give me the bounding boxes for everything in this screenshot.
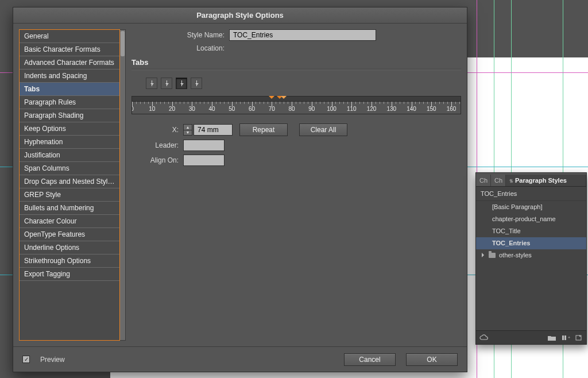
style-item--basic-paragraph-[interactable]: [Basic Paragraph] bbox=[476, 201, 586, 213]
leader-label: Leader: bbox=[131, 141, 183, 149]
ruler-number: 60 bbox=[249, 106, 255, 112]
dialog-main: Style Name: Location: Tabs 0102030405060… bbox=[131, 29, 461, 341]
ruler-number: 20 bbox=[169, 106, 175, 112]
ruler-number: 140 bbox=[407, 106, 416, 112]
category-item-tabs[interactable]: Tabs bbox=[20, 83, 119, 96]
category-item-indents-and-spacing[interactable]: Indents and Spacing bbox=[20, 70, 119, 83]
scrollbar-thumb[interactable] bbox=[121, 31, 125, 56]
tab-alignment-buttons bbox=[146, 78, 461, 89]
clear-all-button[interactable]: Clear All bbox=[299, 124, 347, 136]
clear-overrides-icon[interactable]: + bbox=[561, 334, 569, 341]
category-item-justification[interactable]: Justification bbox=[20, 149, 119, 162]
category-item-bullets-and-numbering[interactable]: Bullets and Numbering bbox=[20, 202, 119, 215]
panel-footer: + bbox=[476, 330, 586, 344]
ruler-number: 80 bbox=[288, 106, 295, 112]
category-item-underline-options[interactable]: Underline Options bbox=[20, 241, 119, 254]
tab-align-left-button[interactable] bbox=[146, 78, 157, 89]
ruler-track[interactable] bbox=[131, 96, 461, 102]
ruler-number: 110 bbox=[347, 106, 357, 112]
category-item-paragraph-rules[interactable]: Paragraph Rules bbox=[20, 96, 119, 109]
category-item-span-columns[interactable]: Span Columns bbox=[20, 162, 119, 175]
folder-icon[interactable] bbox=[547, 334, 555, 341]
repeat-button[interactable]: Repeat bbox=[239, 124, 288, 136]
ruler[interactable]: 0102030405060708090100110120130140150160 bbox=[131, 102, 461, 114]
section-title-tabs: Tabs bbox=[131, 58, 461, 67]
preview-label: Preview bbox=[40, 356, 65, 364]
ruler-number: 160 bbox=[447, 106, 457, 112]
tab-stop-marker[interactable] bbox=[269, 96, 274, 102]
location-label: Location: bbox=[131, 44, 229, 52]
cloud-icon[interactable] bbox=[479, 334, 488, 341]
ruler-number: 70 bbox=[269, 106, 275, 112]
panel-tabs: Ch Ch ⇅Paragraph Styles bbox=[476, 173, 586, 187]
category-item-paragraph-shading[interactable]: Paragraph Shading bbox=[20, 109, 119, 122]
category-item-advanced-character-formats[interactable]: Advanced Character Formats bbox=[20, 56, 119, 70]
category-item-hyphenation[interactable]: Hyphenation bbox=[20, 136, 119, 149]
category-item-character-colour[interactable]: Character Colour bbox=[20, 215, 119, 228]
ruler-number: 100 bbox=[327, 106, 336, 112]
x-label: X: bbox=[131, 126, 183, 134]
category-scrollbar[interactable] bbox=[120, 29, 126, 341]
tabs-field-grid: X: ▲▼ Repeat Clear All Leader: Align On: bbox=[131, 124, 461, 166]
style-folder-other-styles[interactable]: other-styles bbox=[476, 249, 586, 261]
panel-current-style: TOC_Entries bbox=[476, 187, 586, 201]
stepper-up-icon[interactable]: ▲ bbox=[184, 125, 192, 130]
style-item-toc-entries[interactable]: TOC_Entries bbox=[476, 237, 586, 249]
category-list-wrap: GeneralBasic Character FormatsAdvanced C… bbox=[19, 29, 126, 341]
svg-text:+: + bbox=[568, 335, 570, 340]
category-item-opentype-features[interactable]: OpenType Features bbox=[20, 228, 119, 241]
cancel-button[interactable]: Cancel bbox=[344, 353, 396, 366]
category-item-keep-options[interactable]: Keep Options bbox=[20, 122, 119, 136]
disclosure-triangle-icon[interactable] bbox=[482, 253, 486, 257]
ruler-number: 130 bbox=[386, 106, 396, 112]
preview-checkbox[interactable]: ✓ bbox=[22, 356, 30, 363]
panel-tab-2[interactable]: Ch bbox=[491, 175, 506, 186]
ruler-number: 40 bbox=[208, 106, 215, 112]
dialog-title: Paragraph Style Options bbox=[13, 7, 467, 24]
panel-tab-paragraph-styles[interactable]: ⇅Paragraph Styles bbox=[506, 175, 586, 186]
category-list[interactable]: GeneralBasic Character FormatsAdvanced C… bbox=[19, 29, 120, 341]
tab-stop-marker[interactable] bbox=[281, 96, 287, 102]
ruler-number: 10 bbox=[149, 106, 155, 112]
stepper-down-icon[interactable]: ▼ bbox=[184, 130, 192, 136]
category-item-general[interactable]: General bbox=[20, 30, 119, 43]
paragraph-style-list[interactable]: [Basic Paragraph]chapter-product_nameTOC… bbox=[476, 201, 586, 330]
ruler-number: 150 bbox=[427, 106, 436, 112]
chevron-updown-icon: ⇅ bbox=[509, 179, 513, 184]
ruler-area: 0102030405060708090100110120130140150160 bbox=[131, 96, 461, 114]
category-item-grep-style[interactable]: GREP Style bbox=[20, 188, 119, 202]
ruler-number: 90 bbox=[308, 106, 315, 112]
panel-tab-label: Paragraph Styles bbox=[515, 177, 567, 184]
align-on-input[interactable] bbox=[183, 155, 225, 166]
folder-icon bbox=[489, 253, 496, 258]
leader-input[interactable] bbox=[183, 140, 225, 151]
ok-button[interactable]: OK bbox=[406, 353, 458, 366]
align-on-label: Align On: bbox=[131, 156, 183, 164]
paragraph-style-options-dialog: Paragraph Style Options GeneralBasic Cha… bbox=[13, 7, 467, 372]
category-item-strikethrough-options[interactable]: Strikethrough Options bbox=[20, 254, 119, 268]
ruler-number: 120 bbox=[367, 106, 377, 112]
category-item-export-tagging[interactable]: Export Tagging bbox=[20, 268, 119, 281]
style-name-input[interactable] bbox=[229, 29, 376, 41]
paragraph-styles-panel: Ch Ch ⇅Paragraph Styles TOC_Entries [Bas… bbox=[475, 172, 587, 345]
category-item-basic-character-formats[interactable]: Basic Character Formats bbox=[20, 43, 119, 56]
ruler-number: 0 bbox=[131, 106, 134, 112]
tab-align-decimal-button[interactable] bbox=[191, 78, 202, 89]
tab-align-center-button[interactable] bbox=[161, 78, 172, 89]
folder-label: other-styles bbox=[499, 252, 532, 259]
panel-tab-1[interactable]: Ch bbox=[476, 175, 491, 186]
category-item-drop-caps-and-nested-styles[interactable]: Drop Caps and Nested Styles bbox=[20, 175, 119, 188]
section-divider bbox=[131, 69, 461, 70]
x-input[interactable] bbox=[194, 124, 233, 136]
x-stepper[interactable]: ▲▼ bbox=[183, 124, 192, 136]
ruler-number: 50 bbox=[229, 106, 235, 112]
style-item-toc-title[interactable]: TOC_Title bbox=[476, 225, 586, 237]
new-style-icon[interactable] bbox=[575, 334, 583, 341]
dialog-footer: ✓ Preview Cancel OK bbox=[13, 346, 467, 372]
ruler-number: 30 bbox=[189, 106, 195, 112]
style-name-label: Style Name: bbox=[131, 31, 229, 39]
style-item-chapter-product-name[interactable]: chapter-product_name bbox=[476, 213, 586, 225]
tab-align-right-button[interactable] bbox=[176, 78, 187, 89]
